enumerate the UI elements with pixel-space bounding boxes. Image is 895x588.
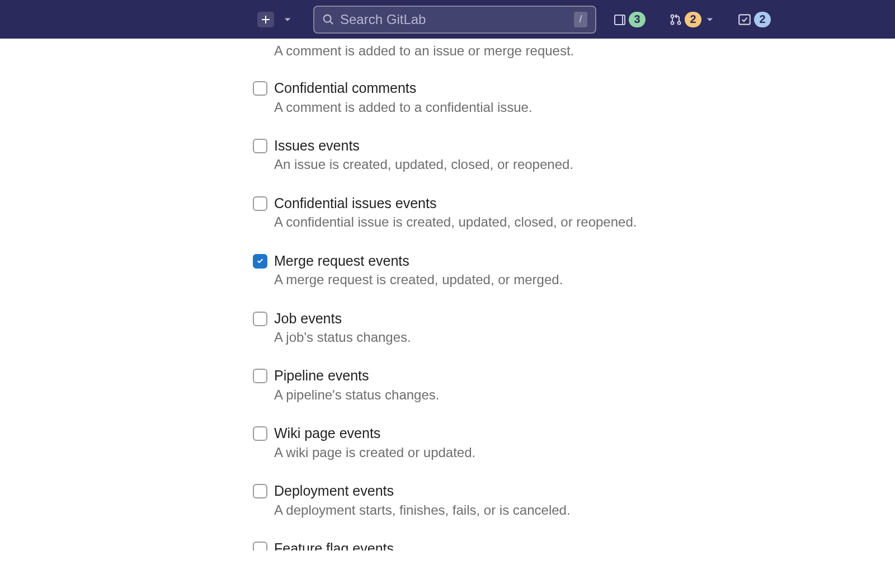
plus-icon <box>261 15 270 24</box>
event-description: A wiki page is created or updated. <box>274 444 475 462</box>
event-text: Deployment events A deployment starts, f… <box>274 482 571 519</box>
search-input[interactable]: Search GitLab / <box>313 6 596 34</box>
event-checkbox[interactable] <box>253 484 267 498</box>
event-row: Deployment events A deployment starts, f… <box>253 482 895 519</box>
event-checkbox[interactable] <box>253 254 267 269</box>
svg-point-3 <box>671 15 674 17</box>
event-text: Issues events An issue is created, updat… <box>274 137 573 174</box>
event-label: Deployment events <box>274 482 571 500</box>
event-checkbox[interactable] <box>253 369 267 383</box>
event-row: Feature flag events <box>253 539 895 551</box>
event-text: Feature flag events <box>274 539 394 551</box>
event-row: Job events A job's status changes. <box>253 309 895 347</box>
event-label: Confidential issues events <box>274 194 637 213</box>
event-text: Confidential comments A comment is added… <box>274 79 533 116</box>
event-description: A comment is added to a confidential iss… <box>274 98 533 116</box>
nav-left-group: Search GitLab / <box>257 6 596 34</box>
event-text: Job events A job's status changes. <box>274 309 411 347</box>
event-label: Merge request events <box>274 252 563 270</box>
event-checkbox[interactable] <box>253 81 267 96</box>
event-description: A job's status changes. <box>274 328 411 346</box>
event-description: A confidential issue is created, updated… <box>274 213 637 231</box>
webhook-triggers-form: A comment is added to an issue or merge … <box>0 39 895 551</box>
event-description: A comment is added to an issue or merge … <box>274 43 895 59</box>
issues-link[interactable]: 3 <box>613 12 646 27</box>
merge-requests-link[interactable]: 2 <box>669 12 714 27</box>
event-description: An issue is created, updated, closed, or… <box>274 156 573 173</box>
svg-line-1 <box>330 21 333 24</box>
search-placeholder: Search GitLab <box>340 12 574 27</box>
chevron-down-icon <box>706 16 714 23</box>
event-text: Wiki page events A wiki page is created … <box>274 424 475 462</box>
event-checkbox[interactable] <box>253 312 267 326</box>
event-row: Issues events An issue is created, updat… <box>253 137 895 174</box>
event-label: Pipeline events <box>274 366 439 385</box>
event-text: Pipeline events A pipeline's status chan… <box>274 366 439 404</box>
event-description: A deployment starts, finishes, fails, or… <box>274 501 571 519</box>
event-label: Wiki page events <box>274 424 475 443</box>
top-nav: Search GitLab / 3 2 2 <box>0 0 895 39</box>
event-row: Merge request events A merge request is … <box>253 252 895 289</box>
event-label: Job events <box>274 309 411 328</box>
svg-rect-2 <box>615 15 623 25</box>
event-checkbox[interactable] <box>253 426 267 441</box>
event-checkbox[interactable] <box>253 139 267 153</box>
svg-rect-6 <box>739 15 750 24</box>
svg-point-5 <box>678 21 681 24</box>
merge-request-icon <box>669 13 682 26</box>
merge-requests-count-badge: 2 <box>685 12 701 27</box>
event-row: Pipeline events A pipeline's status chan… <box>253 366 895 404</box>
event-row: Confidential issues events A confidentia… <box>253 194 895 232</box>
issues-count-badge: 3 <box>629 12 646 27</box>
event-text: Merge request events A merge request is … <box>274 252 563 289</box>
event-row: Confidential comments A comment is added… <box>253 79 895 116</box>
svg-point-0 <box>324 15 331 22</box>
event-label: Issues events <box>274 137 573 155</box>
todos-icon <box>737 12 752 27</box>
event-description: A pipeline's status changes. <box>274 386 439 404</box>
search-icon <box>322 13 335 26</box>
create-new-dropdown[interactable] <box>281 13 294 26</box>
check-icon <box>256 257 265 266</box>
event-checkbox[interactable] <box>253 196 267 211</box>
event-label: Confidential comments <box>274 79 533 97</box>
nav-right-group: 3 2 2 <box>613 12 771 27</box>
event-text: Confidential issues events A confidentia… <box>274 194 637 232</box>
event-checkbox[interactable] <box>253 542 267 551</box>
event-description: A merge request is created, updated, or … <box>274 271 563 289</box>
chevron-down-icon <box>284 16 291 23</box>
create-new-button[interactable] <box>257 12 274 27</box>
issues-icon <box>613 13 626 26</box>
event-label: Feature flag events <box>274 539 394 551</box>
todos-count-badge: 2 <box>754 12 771 27</box>
svg-point-4 <box>671 21 674 24</box>
search-shortcut-hint: / <box>574 12 587 27</box>
todos-link[interactable]: 2 <box>737 12 771 27</box>
event-row: Wiki page events A wiki page is created … <box>253 424 895 462</box>
